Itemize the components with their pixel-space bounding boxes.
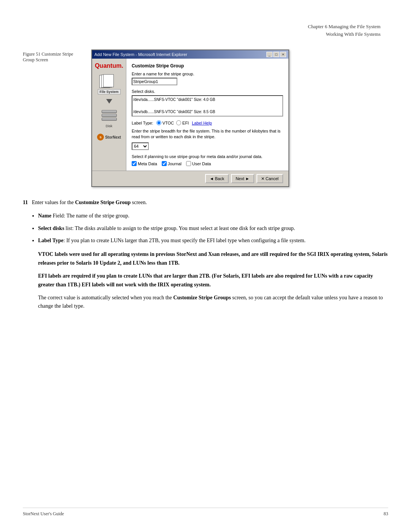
stornext-label: StorNext — [105, 135, 121, 139]
header-line2: Working With File Systems — [308, 30, 381, 38]
disk-stack-graphic — [102, 110, 117, 121]
filesystem-label: File System — [98, 89, 121, 94]
footer-right: 83 — [384, 511, 388, 517]
disk-item-2[interactable]: /dev/sdb......SNFS-VTOC "disk002" Size: … — [133, 109, 282, 115]
paragraph-1: VTOC labels were used for all operating … — [38, 250, 388, 267]
meta-data-label: Meta Data — [138, 161, 157, 166]
bullet-3-bold: Label Type — [38, 238, 64, 243]
vtoc-option[interactable]: VTOC — [156, 120, 174, 125]
dialog-body: Quantum. File System — [92, 59, 288, 171]
efi-option[interactable]: EFI — [176, 120, 189, 125]
disk-layer-2 — [102, 114, 117, 117]
body-text-section: 11 Enter values for the Customize Stripe… — [23, 198, 388, 311]
main-content: Figure 51 Customize Stripe Group Screen … — [23, 50, 388, 315]
disk-icon — [100, 108, 119, 123]
radio-group: VTOC EFI — [156, 120, 189, 125]
vtoc-label: VTOC — [162, 121, 174, 125]
label-type-label: Label Type: — [132, 121, 153, 125]
bullet-list: Name Field: The name of the stripe group… — [38, 212, 388, 245]
files-icon-container: File System — [98, 73, 121, 94]
header-line1: Chapter 6 Managing the File System — [308, 23, 381, 30]
disk-item-1[interactable]: /dev/sda......SNFS-VTOC "disk001" Size: … — [133, 97, 282, 103]
bullet-item-1: Name Field: The name of the stripe group… — [38, 212, 388, 220]
disks-list[interactable]: /dev/sda......SNFS-VTOC "disk001" Size: … — [132, 95, 283, 117]
stripe-breadth-select[interactable]: 64 — [132, 142, 149, 150]
page-footer: StorNext User's Guide 83 — [23, 508, 388, 517]
stripe-row: 64 — [132, 142, 283, 150]
label-type-row: Label Type: VTOC EFI Label Help — [132, 120, 283, 125]
dialog-heading: Customize Stripe Group — [132, 63, 283, 69]
vtoc-radio[interactable] — [156, 120, 161, 125]
stripe-group-name-input[interactable] — [132, 78, 177, 85]
paragraph-2: EFI labels are required if you plan to c… — [38, 272, 388, 289]
page-3 — [103, 74, 114, 87]
meta-data-text: Select if planning to use stripe group f… — [132, 154, 283, 160]
quantum-logo: Quantum. — [95, 62, 123, 69]
maximize-button[interactable]: □ — [273, 52, 279, 57]
dialog-window: Add New File System - Microsoft Internet… — [91, 50, 289, 187]
step-number: 11 — [23, 200, 28, 205]
meta-data-option[interactable]: Meta Data — [132, 161, 157, 166]
dialog-title: Add New File System - Microsoft Internet… — [94, 52, 187, 57]
stornext-logo: S StorNext — [97, 134, 121, 141]
journal-checkbox[interactable] — [162, 161, 167, 166]
close-button[interactable]: × — [280, 52, 286, 57]
bullet-2-bold: Select disks — [38, 225, 64, 231]
user-data-checkbox[interactable] — [186, 161, 191, 166]
minimize-button[interactable]: _ — [266, 52, 272, 57]
figure-area: Figure 51 Customize Stripe Group Screen … — [23, 50, 388, 187]
disk-label: Disk — [100, 124, 119, 128]
stornext-icon: S — [97, 134, 104, 141]
files-graphic — [99, 74, 115, 87]
bullet-1-bold: Name — [38, 213, 51, 219]
arrow-down-icon — [106, 99, 112, 104]
files-icon — [98, 73, 117, 88]
page-header: Chapter 6 Managing the File System Worki… — [308, 23, 381, 38]
user-data-option[interactable]: User Data — [186, 161, 211, 166]
disk-layer-3 — [102, 118, 117, 121]
cancel-button[interactable]: ✕ Cancel — [256, 174, 283, 183]
dialog-titlebar: Add New File System - Microsoft Internet… — [92, 50, 288, 59]
efi-label: EFI — [182, 121, 189, 125]
figure-caption: Figure 51 Customize Stripe Group Screen — [23, 50, 84, 187]
checkbox-row: Meta Data Journal User Data — [132, 161, 283, 166]
select-disks-label: Select disks. — [132, 89, 283, 94]
footer-left: StorNext User's Guide — [23, 511, 64, 517]
stripe-breadth-text: Enter the stripe breadth for the file sy… — [132, 128, 283, 140]
dialog-content: Customize Stripe Group Enter a name for … — [126, 59, 288, 171]
disk-icon-container: Disk — [100, 108, 119, 128]
dialog-sidebar: Quantum. File System — [92, 59, 126, 171]
label-help-link[interactable]: Label Help — [192, 121, 212, 125]
journal-option[interactable]: Journal — [162, 161, 182, 166]
bullet-item-2: Select disks list: The disks available t… — [38, 224, 388, 233]
step-text: 11 Enter values for the Customize Stripe… — [23, 198, 388, 206]
dialog-footer: ◄ Back Next ► ✕ Cancel — [92, 171, 288, 186]
user-data-label: User Data — [192, 161, 211, 166]
meta-data-checkbox[interactable] — [132, 161, 137, 166]
journal-label: Journal — [168, 161, 182, 166]
bullet-item-3: Label Type: If you plan to create LUNs l… — [38, 236, 388, 245]
paragraph-3: The correct value is automatically selec… — [38, 294, 388, 311]
back-button[interactable]: ◄ Back — [205, 174, 229, 183]
efi-radio[interactable] — [176, 120, 181, 125]
dialog-controls: _ □ × — [266, 52, 286, 57]
next-button[interactable]: Next ► — [231, 174, 254, 183]
disk-layer-1 — [102, 110, 117, 113]
name-label: Enter a name for the stripe group. — [132, 72, 283, 76]
